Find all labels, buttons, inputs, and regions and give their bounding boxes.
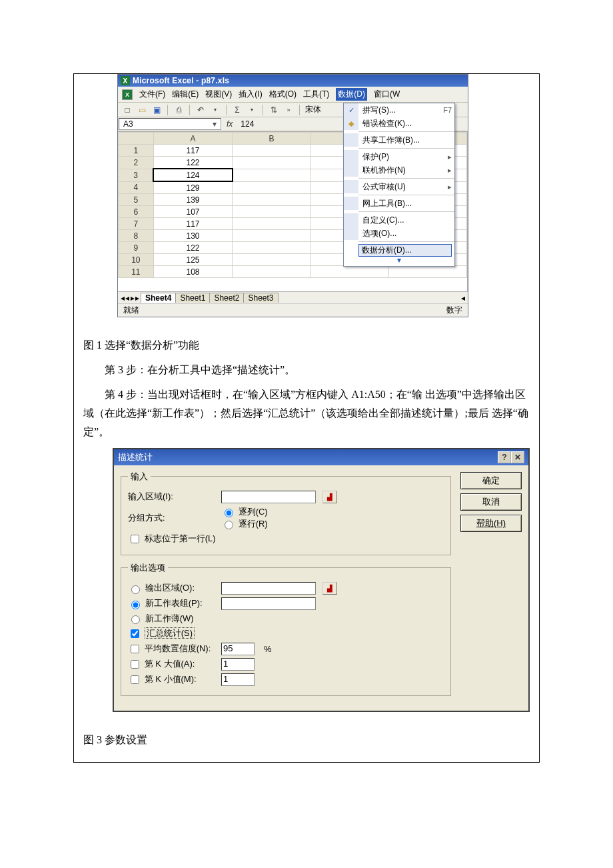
input-range-label: 输入区域(I):	[128, 491, 215, 503]
row-header[interactable]: 7	[119, 218, 154, 230]
kmin-field[interactable]: 1	[221, 673, 255, 686]
excel-title-text: Microsoft Excel - p87.xls	[133, 76, 229, 85]
new-icon[interactable]: □	[122, 105, 133, 115]
kmax-field[interactable]: 1	[221, 658, 255, 671]
name-box-value: A3	[123, 119, 133, 129]
dropdown-arrow-icon[interactable]: ▾	[210, 105, 221, 115]
output-group: 输出选项 输出区域(O): ▟ 新工作表组(P): 新工作薄(W)	[121, 562, 451, 696]
cell[interactable]: 130	[153, 230, 233, 242]
cell[interactable]: 125	[153, 254, 233, 266]
row-header[interactable]: 3	[119, 169, 154, 181]
new-sheet-field[interactable]	[221, 597, 316, 610]
tab-nav-buttons[interactable]: ◂ ◂ ▸ ▸	[121, 293, 139, 303]
sheet-tab[interactable]: Sheet3	[243, 293, 278, 303]
sheet-tab-bar: ◂ ◂ ▸ ▸ Sheet4 Sheet1 Sheet2 Sheet3 ◂	[118, 291, 468, 303]
input-legend: 输入	[128, 471, 151, 483]
col-header-a[interactable]: A	[153, 133, 233, 145]
excel-app-icon: X	[121, 76, 130, 85]
menu-format[interactable]: 格式(O)	[269, 89, 297, 100]
menu-file[interactable]: 文件(F)	[139, 89, 165, 100]
menu-window[interactable]: 窗口(W	[374, 89, 400, 100]
row-header[interactable]: 1	[119, 145, 154, 157]
menu-item-errorcheck[interactable]: ◆ 错误检查(K)...	[344, 117, 454, 130]
expand-menu-icon[interactable]: ▾	[344, 257, 454, 266]
range-picker-icon[interactable]: ▟	[322, 582, 337, 595]
descriptive-stats-dialog: 描述统计 ? ✕ 输入 输入区域(I): ▟	[113, 449, 529, 711]
row-header[interactable]: 8	[119, 230, 154, 242]
menu-item-data-analysis[interactable]: 数据分析(D)...	[344, 243, 454, 257]
cell[interactable]: 108	[153, 266, 233, 278]
out-newbook-radio[interactable]: 新工作薄(W)	[128, 613, 194, 625]
menu-item-share[interactable]: 共享工作簿(B)...	[344, 133, 454, 147]
confidence-checkbox[interactable]: 平均数置信度(N):	[128, 643, 211, 653]
row-header[interactable]: 5	[119, 194, 154, 206]
more-icon[interactable]: »	[283, 105, 294, 115]
kmax-checkbox[interactable]: 第 K 大值(A):	[128, 659, 195, 669]
sheet-tab[interactable]: Sheet1	[175, 293, 210, 303]
range-picker-icon[interactable]: ▟	[322, 491, 337, 503]
close-icon[interactable]: ✕	[511, 451, 524, 463]
menu-tools[interactable]: 工具(T)	[303, 89, 329, 100]
menu-data[interactable]: 数据(D)	[336, 88, 367, 101]
sheet-tab[interactable]: Sheet4	[141, 293, 176, 303]
menu-item-protect[interactable]: 保护(P) ▸	[344, 150, 454, 163]
row-header[interactable]: 10	[119, 254, 154, 266]
excel-window: X Microsoft Excel - p87.xls X 文件(F) 编辑(E…	[117, 74, 468, 317]
row-header[interactable]: 11	[119, 266, 154, 278]
autosum-icon[interactable]: Σ	[232, 105, 243, 115]
menu-edit[interactable]: 编辑(E)	[172, 89, 199, 100]
row-header[interactable]: 6	[119, 206, 154, 218]
help-button-icon[interactable]: ?	[498, 451, 511, 463]
name-box-dropdown-icon[interactable]: ▾	[213, 119, 217, 129]
confidence-field[interactable]: 95	[221, 643, 255, 655]
menu-view[interactable]: 视图(V)	[205, 89, 232, 100]
dialog-title: 描述统计	[118, 451, 153, 463]
print-icon[interactable]: ⎙	[173, 105, 184, 115]
help-button[interactable]: 帮助(H)	[460, 515, 522, 532]
cell[interactable]: 117	[153, 218, 233, 230]
group-row-radio[interactable]: 逐行(R)	[221, 519, 268, 529]
cancel-button[interactable]: 取消	[460, 493, 522, 511]
summary-checkbox[interactable]: 汇总统计(S)	[128, 627, 195, 640]
cell[interactable]: 117	[153, 145, 233, 157]
sort-icon[interactable]: ⇅	[269, 105, 279, 115]
menu-item-options[interactable]: 选项(O)...	[344, 227, 454, 240]
open-icon[interactable]: ▭	[137, 105, 147, 115]
font-selector[interactable]: 宋体	[305, 104, 321, 115]
cell[interactable]: 122	[153, 157, 233, 169]
row-header[interactable]: 4	[119, 181, 154, 194]
kmin-checkbox[interactable]: 第 K 小值(M):	[128, 674, 197, 684]
row-header[interactable]: 9	[119, 242, 154, 254]
ok-button[interactable]: 确定	[460, 472, 522, 489]
undo-icon[interactable]: ↶	[195, 105, 206, 115]
input-range-field[interactable]	[221, 491, 316, 503]
dropdown-arrow-icon[interactable]: ▾	[247, 105, 257, 115]
scroll-left-icon[interactable]: ◂	[461, 293, 465, 303]
status-bar: 就绪 数字	[118, 303, 468, 317]
row-header[interactable]: 2	[119, 157, 154, 169]
firstrow-checkbox[interactable]: 标志位于第一行(L)	[128, 533, 216, 545]
cell[interactable]: 122	[153, 242, 233, 254]
menu-item-spell[interactable]: ✓ 拼写(S)... F7	[344, 103, 454, 117]
cell[interactable]: 107	[153, 206, 233, 218]
group-col-radio[interactable]: 逐列(C)	[221, 507, 268, 517]
out-newsheet-radio[interactable]: 新工作表组(P):	[128, 598, 203, 608]
input-group: 输入 输入区域(I): ▟ 分组方式: 逐列(C) 逐行(R)	[121, 471, 451, 555]
out-range-radio[interactable]: 输出区域(O):	[128, 583, 195, 593]
fx-label[interactable]: fx	[221, 119, 238, 129]
cell[interactable]: 139	[153, 194, 233, 206]
col-header-b[interactable]: B	[233, 133, 310, 145]
active-cell[interactable]: 124	[153, 169, 233, 181]
menu-insert[interactable]: 插入(I)	[239, 89, 262, 100]
output-range-field[interactable]	[221, 582, 316, 595]
cell[interactable]: 129	[153, 181, 233, 194]
sheet-tab[interactable]: Sheet2	[209, 293, 244, 303]
step4-text: 第 4 步：当出现对话框时，在“输入区域”方框内键入 A1:A50；在“输 出选…	[83, 385, 530, 441]
menu-item-customize[interactable]: 自定义(C)...	[344, 213, 454, 227]
menu-item-collab[interactable]: 联机协作(N) ▸	[344, 163, 454, 177]
save-icon[interactable]: ▣	[151, 105, 162, 115]
figure3-caption: 图 3 参数设置	[83, 733, 530, 747]
menu-item-audit[interactable]: 公式审核(U) ▸	[344, 180, 454, 193]
menu-item-webtools[interactable]: 网上工具(B)...	[344, 197, 454, 210]
name-box[interactable]: A3 ▾	[119, 118, 221, 130]
